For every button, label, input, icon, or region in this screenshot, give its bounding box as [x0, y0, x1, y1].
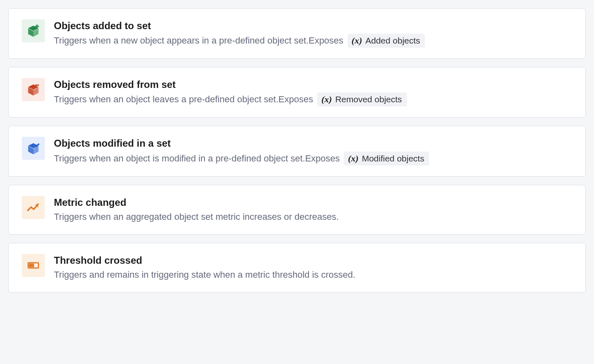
exposes-badge: (x) Added objects — [348, 34, 425, 48]
trigger-list: Objects added to set Triggers when a new… — [8, 8, 586, 293]
trend-arrow-icon — [22, 196, 45, 219]
variable-icon: (x) — [352, 35, 362, 46]
card-content: Metric changed Triggers when an aggregat… — [54, 196, 572, 223]
card-desc-row: Triggers when an object leaves a pre-def… — [54, 92, 572, 106]
svg-rect-15 — [29, 263, 34, 267]
card-title: Threshold crossed — [54, 254, 572, 267]
variable-icon: (x) — [321, 94, 332, 105]
badge-label: Modified objects — [362, 154, 425, 164]
card-content: Threshold crossed Triggers and remains i… — [54, 254, 572, 281]
cube-plus-icon — [22, 19, 45, 42]
card-description: Triggers when an object is modified in a… — [54, 152, 340, 165]
card-content: Objects added to set Triggers when a new… — [54, 19, 572, 48]
variable-icon: (x) — [348, 153, 359, 164]
trigger-card-objects-removed[interactable]: Objects removed from set Triggers when a… — [8, 67, 586, 117]
exposes-badge: (x) Removed objects — [317, 92, 407, 106]
trigger-card-metric-changed[interactable]: Metric changed Triggers when an aggregat… — [8, 185, 586, 235]
card-content: Objects modified in a set Triggers when … — [54, 137, 572, 165]
card-description: Triggers and remains in triggering state… — [54, 268, 355, 281]
card-desc-row: Triggers and remains in triggering state… — [54, 268, 572, 281]
badge-label: Removed objects — [335, 94, 402, 104]
card-description: Triggers when an object leaves a pre-def… — [54, 93, 313, 106]
card-title: Objects added to set — [54, 19, 572, 32]
trigger-card-objects-modified[interactable]: Objects modified in a set Triggers when … — [8, 126, 586, 176]
trigger-card-objects-added[interactable]: Objects added to set Triggers when a new… — [8, 8, 586, 59]
threshold-bar-icon — [22, 254, 45, 277]
card-title: Objects modified in a set — [54, 137, 572, 150]
badge-label: Added objects — [365, 36, 420, 46]
card-desc-row: Triggers when an aggregated object set m… — [54, 210, 572, 223]
cube-edit-icon — [22, 137, 45, 160]
cube-minus-icon — [22, 78, 45, 101]
card-description: Triggers when an aggregated object set m… — [54, 210, 339, 223]
trigger-card-threshold-crossed[interactable]: Threshold crossed Triggers and remains i… — [8, 243, 586, 293]
card-title: Metric changed — [54, 196, 572, 209]
card-desc-row: Triggers when a new object appears in a … — [54, 34, 572, 48]
card-content: Objects removed from set Triggers when a… — [54, 78, 572, 106]
exposes-badge: (x) Modified objects — [344, 152, 429, 166]
card-desc-row: Triggers when an object is modified in a… — [54, 152, 572, 166]
card-description: Triggers when a new object appears in a … — [54, 34, 343, 47]
card-title: Objects removed from set — [54, 78, 572, 91]
